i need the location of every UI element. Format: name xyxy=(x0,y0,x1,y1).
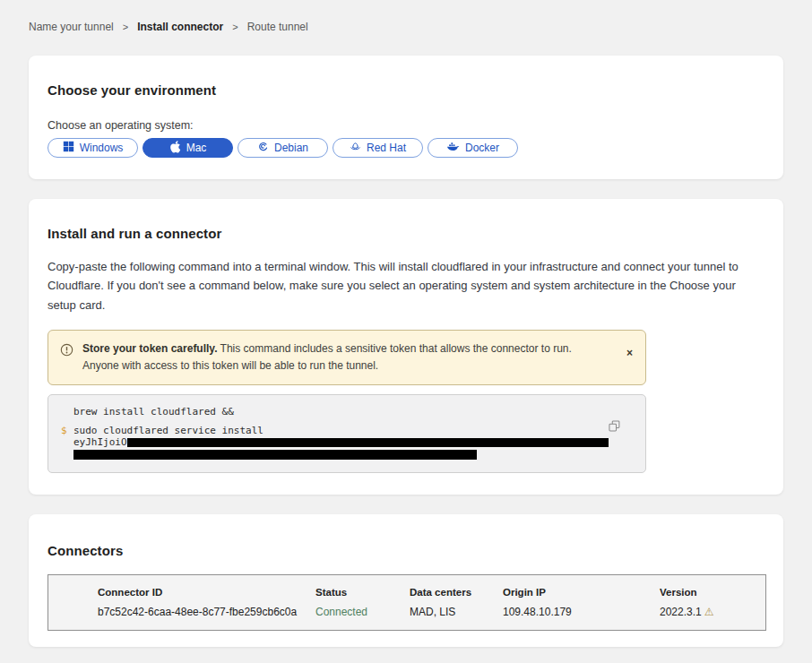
windows-icon xyxy=(63,141,74,155)
os-button-label: Docker xyxy=(465,142,499,154)
copy-icon[interactable] xyxy=(607,418,622,436)
table-row: b7c52c42-6caa-48ee-8c77-fbe259cb6c0a Con… xyxy=(98,606,765,618)
os-button-label: Windows xyxy=(80,142,124,154)
terminal-prompt: $ xyxy=(61,425,73,460)
close-icon[interactable]: × xyxy=(626,348,633,358)
code-command-body: sudo cloudflared service install eyJhIjo… xyxy=(73,425,609,460)
col-header-connector-id: Connector ID xyxy=(98,587,315,598)
redacted-token-bar xyxy=(73,450,477,460)
install-connector-title: Install and run a connector xyxy=(48,226,764,241)
choose-environment-title: Choose your environment xyxy=(48,82,764,98)
connector-id-value: b7c52c42-6caa-48ee-8c77-fbe259cb6c0a xyxy=(98,606,315,618)
token-warning-bold: Store your token carefully. xyxy=(82,342,218,355)
data-centers-value: MAD, LIS xyxy=(410,606,503,618)
install-command-codeblock: brew install cloudflared && $ sudo cloud… xyxy=(48,394,646,473)
code-line-sudo: sudo cloudflared service install xyxy=(73,425,263,436)
version-warning-icon: ⚠ xyxy=(704,606,714,618)
os-button-label: Mac xyxy=(186,142,207,154)
col-header-origin-ip: Origin IP xyxy=(503,587,660,598)
install-connector-card: Install and run a connector Copy-paste t… xyxy=(29,199,783,495)
choose-environment-card: Choose your environment Choose an operat… xyxy=(29,56,783,179)
os-button-redhat[interactable]: Red Hat xyxy=(333,138,423,158)
version-value: 2022.3.1⚠ xyxy=(660,606,765,618)
os-button-label: Debian xyxy=(274,142,308,154)
status-badge: Connected xyxy=(315,606,410,618)
col-header-status: Status xyxy=(315,587,410,598)
breadcrumb-name-your-tunnel[interactable]: Name your tunnel xyxy=(29,21,114,33)
os-button-debian[interactable]: Debian xyxy=(238,138,328,158)
debian-icon xyxy=(257,141,269,155)
token-prefix: eyJhIjoiO xyxy=(73,436,127,448)
token-warning-text: Store your token carefully. This command… xyxy=(73,340,626,374)
col-header-version: Version xyxy=(660,587,765,598)
connectors-title: Connectors xyxy=(48,543,765,558)
origin-ip-value: 109.48.10.179 xyxy=(503,606,660,618)
alert-circle-icon xyxy=(60,343,73,360)
connectors-card: Connectors Connector ID Status Data cent… xyxy=(29,514,783,647)
os-button-windows[interactable]: Windows xyxy=(48,138,138,158)
apple-icon xyxy=(169,141,181,156)
os-button-docker[interactable]: Docker xyxy=(428,138,518,158)
redacted-token-bar xyxy=(127,438,609,447)
connectors-table-header: Connector ID Status Data centers Origin … xyxy=(98,587,765,598)
connectors-table: Connector ID Status Data centers Origin … xyxy=(48,574,766,631)
token-warning-callout: Store your token carefully. This command… xyxy=(48,330,646,384)
install-description: Copy-paste the following command into a … xyxy=(48,257,764,314)
breadcrumb-separator: > xyxy=(123,22,128,32)
breadcrumb-install-connector[interactable]: Install connector xyxy=(137,21,223,33)
os-select-label: Choose an operating system: xyxy=(48,119,764,132)
redhat-icon xyxy=(350,141,361,155)
docker-icon xyxy=(446,142,460,155)
breadcrumb-separator: > xyxy=(232,22,238,32)
code-line-brew: brew install cloudflared && xyxy=(61,406,609,418)
os-button-mac[interactable]: Mac xyxy=(143,138,233,158)
os-button-group: Windows Mac Debian xyxy=(48,138,764,158)
col-header-data-centers: Data centers xyxy=(410,587,503,598)
breadcrumb: Name your tunnel > Install connector > R… xyxy=(29,21,783,33)
os-button-label: Red Hat xyxy=(367,142,406,154)
breadcrumb-route-tunnel[interactable]: Route tunnel xyxy=(247,21,308,33)
tunnel-setup-page: Name your tunnel > Install connector > R… xyxy=(0,0,812,663)
